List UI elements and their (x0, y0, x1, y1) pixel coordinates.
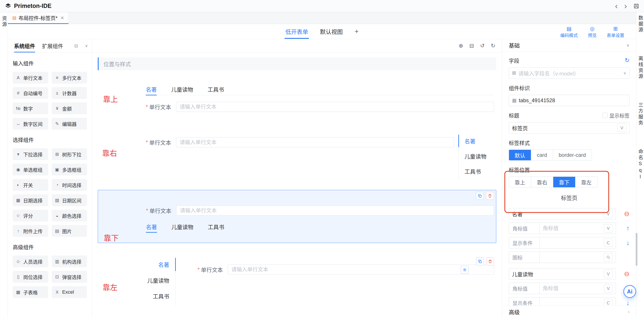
component-item[interactable]: ▾下拉选择 (13, 148, 48, 160)
component-item[interactable]: ☆评分 (13, 210, 48, 221)
component-item[interactable]: ✎编辑器 (52, 118, 87, 130)
condition-input[interactable] (543, 240, 602, 246)
component-item[interactable]: ▦日期选择 (13, 194, 48, 206)
component-item[interactable]: ◉单选框组 (13, 164, 48, 175)
tab-style-option[interactable]: border-card (553, 150, 592, 160)
globe-icon[interactable]: ⊕ (458, 43, 463, 49)
show-label-checkbox[interactable] (602, 113, 608, 118)
chevron-down-icon[interactable]: ∨ (626, 43, 630, 48)
tab-position-option[interactable]: 靠下 (553, 177, 576, 187)
undo-icon[interactable]: ↺ (480, 43, 485, 49)
canvas-tab[interactable]: 儿童读物 (171, 83, 193, 95)
component-item[interactable]: ▧日期区间 (52, 194, 87, 206)
rail-item-named-sql[interactable]: 命名Sql (637, 149, 644, 180)
delete-icon[interactable] (486, 257, 494, 265)
move-down-button[interactable]: ↓ (626, 299, 630, 305)
canvas-tab[interactable]: 名著 (459, 133, 496, 148)
component-item[interactable]: ☺人员选择 (13, 255, 48, 267)
move-up-button[interactable]: ↑ (626, 225, 630, 232)
nav-back-icon[interactable]: ‹ (615, 2, 618, 10)
component-item[interactable]: #自动编号 (13, 87, 48, 99)
redo-icon[interactable]: ↻ (491, 43, 496, 49)
tab-style-option[interactable]: card (531, 150, 553, 160)
ai-assistant-button[interactable]: Ai (624, 285, 636, 298)
canvas-block-tabs-right[interactable]: 靠右 * 单行文本 名著 儿童读物 工具书 (98, 133, 496, 179)
gear-icon[interactable] (461, 266, 469, 274)
variable-suffix-button[interactable]: V (604, 210, 613, 218)
component-item[interactable]: ▩子表格 (13, 286, 48, 298)
refresh-icon[interactable]: ↻ (625, 57, 630, 64)
single-line-text-input[interactable] (180, 139, 450, 145)
canvas-section-header[interactable]: 位置与样式 (98, 58, 496, 70)
component-item[interactable]: ▥机构选择 (52, 255, 87, 267)
component-id-input[interactable] (519, 97, 626, 104)
tab-default-view[interactable]: 默认视图 (320, 24, 343, 39)
advanced-section-bar[interactable]: 高级 › (502, 305, 636, 318)
component-item[interactable]: ⊡弹窗选择 (52, 271, 87, 283)
canvas-tab[interactable]: 工具书 (459, 164, 496, 179)
remove-tab-button[interactable]: ⊖ (624, 210, 630, 217)
chevron-down-icon[interactable]: ∨ (624, 71, 626, 76)
canvas-tab[interactable]: 工具书 (208, 83, 224, 95)
component-item[interactable]: ±计数器 (52, 87, 87, 99)
component-item[interactable]: ↑附件上传 (13, 225, 48, 237)
tab-position-option[interactable]: 靠左 (576, 177, 597, 187)
outline-icon[interactable]: ⊟ (469, 43, 474, 49)
component-item[interactable]: A单行文本 (13, 72, 48, 84)
canvas-tab[interactable]: 儿童读物 (147, 272, 175, 288)
canvas-tab[interactable]: 儿童读物 (459, 148, 496, 164)
search-icon[interactable] (604, 253, 613, 261)
component-item[interactable]: ↔数字区间 (13, 118, 48, 130)
canvas-tab[interactable]: 名著 (146, 221, 157, 233)
icon-input[interactable] (543, 254, 602, 260)
tab-style-option[interactable]: 默认 (509, 150, 531, 160)
rail-item-offline-resources[interactable]: 离线资源 (637, 56, 644, 80)
close-icon[interactable]: × (61, 15, 64, 21)
variable-suffix-button[interactable]: V (604, 284, 613, 292)
component-item[interactable]: ◔时间选择 (52, 179, 87, 191)
title-input[interactable] (512, 125, 615, 131)
component-item[interactable]: ▯岗位选择 (13, 271, 48, 283)
variable-suffix-button[interactable]: V (604, 224, 613, 232)
rail-item-third-party-services[interactable]: 三方服务 (637, 102, 644, 126)
rail-item-datasource[interactable]: 数据源 (637, 15, 644, 33)
add-view-button[interactable]: + (355, 28, 359, 36)
single-line-text-input[interactable] (232, 266, 490, 273)
form-settings-button[interactable]: ⊞ 表单设置 (607, 26, 624, 38)
component-item[interactable]: ◐开关 (13, 179, 48, 191)
single-line-text-input[interactable] (180, 207, 490, 214)
panel-collapse-icon[interactable]: ⊟ (74, 43, 78, 49)
canvas-tab[interactable]: 工具书 (208, 221, 224, 233)
canvas-tab[interactable]: 名著 (158, 257, 175, 272)
component-item[interactable]: ▣多选框组 (52, 164, 87, 175)
variable-suffix-button[interactable]: V (618, 124, 626, 132)
component-item[interactable]: XExcel (52, 286, 87, 298)
variable-suffix-button[interactable]: V (604, 270, 613, 278)
tab-name-input[interactable] (512, 271, 602, 277)
component-item[interactable]: ◒颜色选择 (52, 210, 87, 221)
component-item[interactable]: ⊞树形下拉 (52, 148, 87, 160)
condition-suffix-button[interactable]: C (604, 299, 613, 305)
component-item[interactable]: №数字 (13, 102, 48, 114)
badge-input[interactable] (543, 225, 602, 231)
preview-button[interactable]: ◎ 预览 (588, 26, 597, 38)
canvas-block-tabs-bottom-selected[interactable]: 靠下 * 单行文本 名著 儿童读物 工具书 (98, 190, 496, 243)
field-select[interactable]: ⊞ 请输入字段名（v-model） ∨ (509, 67, 630, 79)
tab-system-components[interactable]: 系统组件 (14, 39, 35, 52)
canvas-tab[interactable]: 名著 (146, 83, 157, 95)
component-item[interactable]: ▤图片 (52, 225, 87, 237)
tab-name-input[interactable] (512, 211, 602, 217)
badge-input[interactable] (543, 285, 602, 291)
chevron-down-icon[interactable]: ∨ (85, 44, 88, 48)
nav-forward-icon[interactable]: › (624, 2, 627, 10)
move-down-button[interactable]: ↓ (626, 239, 630, 246)
canvas-block-tabs-top[interactable]: 靠上 名著 儿童读物 工具书 * 单行文本 (98, 77, 496, 112)
tab-extension-components[interactable]: 扩展组件 (42, 39, 63, 52)
tab-position-option[interactable]: 靠上 (509, 177, 531, 187)
canvas-tab[interactable]: 儿童读物 (172, 221, 193, 233)
tab-low-code-form[interactable]: 低开表单 (286, 24, 308, 39)
copy-icon[interactable] (476, 257, 484, 265)
save-icon[interactable] (634, 3, 639, 9)
component-item[interactable]: ¥金额 (52, 102, 87, 114)
canvas-tab[interactable]: 工具书 (153, 288, 175, 304)
